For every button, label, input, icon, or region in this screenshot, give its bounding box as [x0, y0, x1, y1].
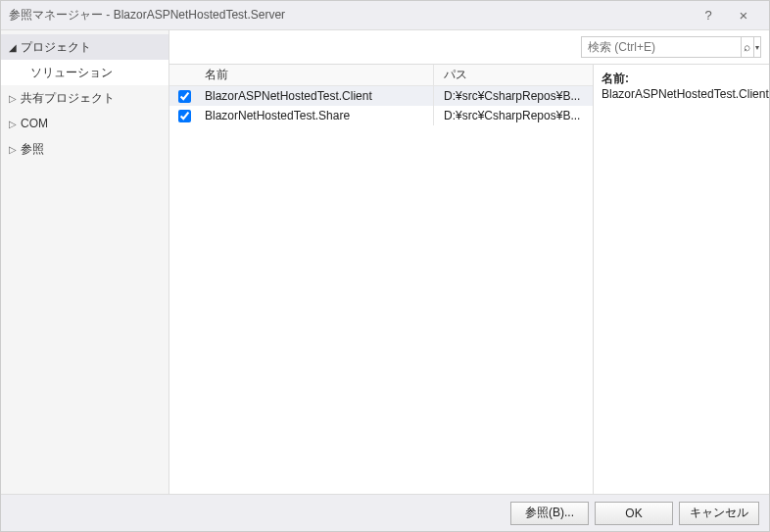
footer: 参照(B)... OK キャンセル	[1, 494, 769, 531]
row-name: BlazorNetHostedTest.Share	[199, 106, 434, 125]
titlebar: 参照マネージャー - BlazorASPNetHostedTest.Server…	[1, 1, 769, 30]
close-button[interactable]: ×	[726, 7, 761, 24]
chevron-right-icon: ▷	[9, 144, 21, 155]
column-headers: 名前 パス	[169, 65, 593, 86]
table-row[interactable]: BlazorNetHostedTest.Share D:¥src¥CsharpR…	[169, 106, 593, 125]
name-column-header[interactable]: 名前	[199, 65, 434, 85]
search-box: ⌕ ▾	[581, 36, 761, 58]
sidebar-item-label: COM	[21, 117, 48, 130]
sidebar-item-browse[interactable]: ▷ 参照	[1, 136, 168, 162]
row-path: D:¥src¥CsharpRepos¥B...	[434, 106, 593, 125]
sidebar-sub-solution[interactable]: ソリューション	[1, 60, 168, 85]
content: ◢ プロジェクト ソリューション ▷ 共有プロジェクト ▷ COM ▷ 参照 ⌕…	[1, 30, 769, 494]
search-input[interactable]	[582, 37, 741, 57]
help-button[interactable]: ?	[691, 8, 726, 23]
list-split: 名前 パス BlazorASPNetHostedTest.Client D:¥s…	[169, 64, 769, 494]
browse-button[interactable]: 参照(B)...	[510, 502, 589, 525]
details-name-label: 名前:	[602, 71, 761, 87]
search-dropdown-icon[interactable]: ▾	[753, 37, 760, 57]
sidebar-item-shared[interactable]: ▷ 共有プロジェクト	[1, 85, 168, 111]
sidebar-item-label: 参照	[21, 141, 44, 158]
main: ⌕ ▾ 名前 パス BlazorASPNetHostedTest.Client …	[169, 30, 769, 494]
chevron-down-icon: ◢	[9, 42, 21, 53]
row-checkbox[interactable]	[178, 90, 191, 103]
chevron-right-icon: ▷	[9, 119, 21, 129]
details-pane: 名前: BlazorASPNetHostedTest.Client	[593, 64, 769, 494]
path-column-header[interactable]: パス	[434, 65, 593, 85]
search-row: ⌕ ▾	[169, 30, 769, 64]
row-path: D:¥src¥CsharpRepos¥B...	[434, 86, 593, 106]
sidebar-item-com[interactable]: ▷ COM	[1, 111, 168, 136]
row-checkbox[interactable]	[178, 110, 191, 122]
sidebar: ◢ プロジェクト ソリューション ▷ 共有プロジェクト ▷ COM ▷ 参照	[1, 30, 169, 494]
table-row[interactable]: BlazorASPNetHostedTest.Client D:¥src¥Csh…	[169, 86, 593, 106]
cancel-button[interactable]: キャンセル	[679, 502, 759, 525]
sidebar-sub-label: ソリューション	[30, 65, 113, 81]
ok-button[interactable]: OK	[595, 502, 673, 525]
list-area: 名前 パス BlazorASPNetHostedTest.Client D:¥s…	[169, 64, 593, 494]
chevron-right-icon: ▷	[9, 93, 21, 104]
list-rows: BlazorASPNetHostedTest.Client D:¥src¥Csh…	[169, 86, 593, 494]
sidebar-item-project[interactable]: ◢ プロジェクト	[1, 34, 168, 60]
window-title: 参照マネージャー - BlazorASPNetHostedTest.Server	[9, 7, 691, 24]
row-name: BlazorASPNetHostedTest.Client	[199, 86, 434, 106]
details-name-value: BlazorASPNetHostedTest.Client	[602, 87, 761, 101]
sidebar-item-label: 共有プロジェクト	[21, 90, 115, 107]
search-icon[interactable]: ⌕	[741, 37, 753, 57]
sidebar-item-label: プロジェクト	[21, 39, 91, 56]
